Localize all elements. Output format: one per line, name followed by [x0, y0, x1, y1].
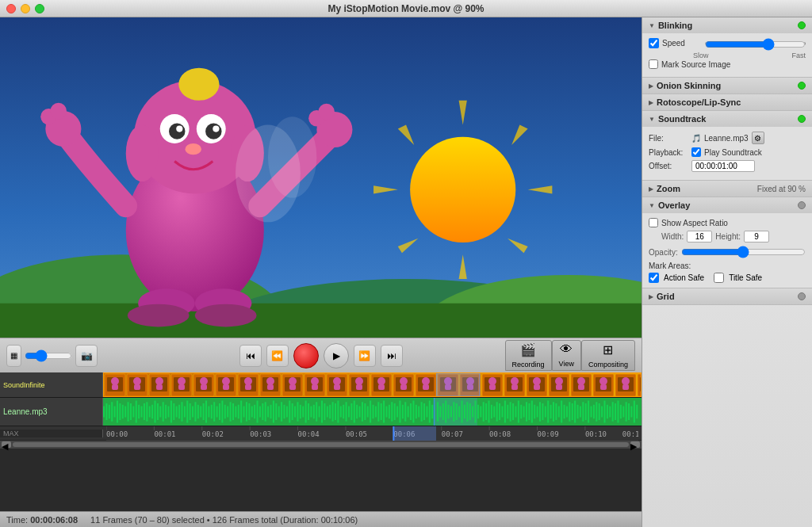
svg-rect-234 [612, 402, 614, 422]
svg-text:00:02: 00:02 [202, 430, 224, 438]
svg-rect-161 [416, 405, 417, 419]
timeline-scrollbar[interactable]: ◀ ▶ [0, 441, 642, 449]
scroll-right-button[interactable]: ▶ [630, 441, 640, 448]
record-button[interactable] [293, 343, 319, 369]
svg-rect-185 [480, 407, 481, 418]
svg-rect-84 [208, 407, 209, 418]
svg-rect-195 [507, 405, 508, 419]
svg-rect-74 [181, 402, 182, 422]
svg-text:00:04: 00:04 [298, 430, 320, 438]
svg-rect-49 [114, 407, 116, 418]
scroll-left-button[interactable]: ◀ [2, 441, 11, 448]
rotoscope-title: Rotoscope/Lip-Sync [657, 97, 806, 107]
onion-skinning-header[interactable]: ▶ Onion Skinning [642, 78, 812, 94]
svg-rect-145 [373, 405, 374, 419]
svg-rect-66 [159, 407, 161, 418]
section-blinking: ▼ Blinking Speed Slow Fast [642, 17, 812, 78]
svg-rect-153 [394, 403, 396, 420]
svg-rect-203 [528, 403, 530, 420]
svg-rect-119 [302, 407, 304, 418]
width-label: Width: [661, 232, 684, 241]
aspect-dimensions-row: Width: Height: [649, 231, 806, 242]
svg-rect-151 [389, 405, 390, 419]
overlay-triangle: ▼ [649, 202, 655, 209]
svg-rect-189 [491, 405, 492, 419]
onion-skinning-title: Onion Skinning [657, 81, 795, 90]
svg-text:00:00: 00:00 [106, 430, 128, 438]
tab-recording[interactable]: 🎬 Recording [505, 340, 552, 371]
svg-rect-124 [316, 402, 317, 422]
svg-rect-52 [122, 405, 124, 419]
opacity-slider[interactable] [681, 246, 806, 258]
skip-forward-button[interactable]: ⏭ [381, 345, 403, 367]
height-input[interactable] [744, 231, 769, 242]
show-aspect-ratio-checkbox[interactable] [649, 218, 658, 227]
svg-rect-228 [596, 402, 597, 422]
play-button[interactable]: ▶ [324, 343, 349, 369]
speed-slider-labels: Slow Fast [665, 52, 806, 59]
minimize-button[interactable] [21, 4, 30, 13]
speed-slider[interactable] [705, 38, 806, 51]
soundtrack-triangle: ▼ [649, 116, 655, 123]
overlay-header[interactable]: ▼ Overlay [642, 197, 812, 213]
svg-rect-171 [442, 403, 444, 420]
svg-point-16 [126, 124, 159, 181]
play-soundtrack-checkbox[interactable] [691, 147, 701, 157]
grid-header[interactable]: ▶ Grid [642, 288, 812, 304]
svg-rect-243 [636, 405, 638, 419]
svg-rect-174 [450, 407, 452, 418]
height-label: Height: [715, 232, 741, 241]
maximize-button[interactable] [35, 4, 44, 13]
title-safe-checkbox[interactable] [714, 273, 724, 283]
timeline-area: SoundInfinite [0, 372, 642, 511]
svg-text:00:07: 00:07 [442, 430, 463, 438]
soundtrack-gear-button[interactable]: ⚙ [752, 132, 764, 144]
svg-rect-113 [286, 407, 288, 418]
window-title: My iStopMotion Movie.mov @ 90% [327, 3, 484, 14]
camera-button[interactable]: 📷 [75, 345, 98, 367]
speed-checkbox[interactable] [649, 38, 659, 48]
compositing-icon: ⊞ [603, 342, 613, 357]
svg-rect-208 [542, 403, 543, 420]
svg-rect-76 [186, 401, 188, 423]
skip-back-button[interactable]: ⏮ [239, 345, 262, 367]
audio-track-content[interactable] [103, 398, 642, 426]
soundtrack-header[interactable]: ▼ Soundtrack [642, 111, 812, 127]
step-forward-button[interactable]: ⏩ [354, 345, 376, 367]
svg-rect-217 [566, 407, 568, 418]
overlay-toggle-button[interactable]: ▦ [6, 345, 21, 367]
video-container [0, 17, 642, 338]
video-track-content[interactable] [103, 372, 642, 397]
svg-rect-150 [385, 407, 387, 418]
scroll-track[interactable] [13, 442, 629, 447]
width-input[interactable] [687, 231, 712, 242]
svg-rect-88 [219, 403, 220, 420]
svg-rect-160 [412, 401, 414, 423]
svg-rect-162 [418, 407, 419, 418]
opacity-label: Opacity: [649, 248, 678, 257]
zoom-header[interactable]: ▶ Zoom Fixed at 90 % [642, 181, 812, 197]
offset-input[interactable] [691, 160, 755, 172]
mark-source-checkbox[interactable] [649, 59, 658, 69]
overlay-icon: ▦ [10, 351, 17, 360]
svg-rect-69 [167, 407, 169, 418]
file-name: Leanne.mp3 [704, 134, 749, 143]
svg-rect-224 [585, 403, 587, 420]
svg-rect-218 [569, 402, 570, 422]
tab-view[interactable]: 👁 View [552, 340, 581, 371]
blinking-header[interactable]: ▼ Blinking [642, 17, 812, 33]
mark-areas-label: Mark Areas: [649, 262, 806, 270]
svg-rect-103 [259, 407, 261, 418]
file-label: File: [649, 134, 688, 143]
playback-row: Playback: Play Soundtrack [649, 147, 806, 157]
close-button[interactable] [6, 4, 16, 13]
step-back-button[interactable]: ⏪ [266, 345, 289, 367]
rotoscope-header[interactable]: ▶ Rotoscope/Lip-Sync [642, 94, 812, 110]
tab-compositing[interactable]: ⊞ Compositing [581, 340, 635, 371]
svg-text:00:11: 00:11 [622, 430, 638, 438]
svg-rect-118 [300, 405, 301, 419]
action-safe-checkbox[interactable] [649, 273, 659, 283]
svg-rect-97 [243, 407, 245, 418]
volume-slider[interactable] [25, 349, 72, 362]
svg-rect-199 [518, 401, 519, 423]
